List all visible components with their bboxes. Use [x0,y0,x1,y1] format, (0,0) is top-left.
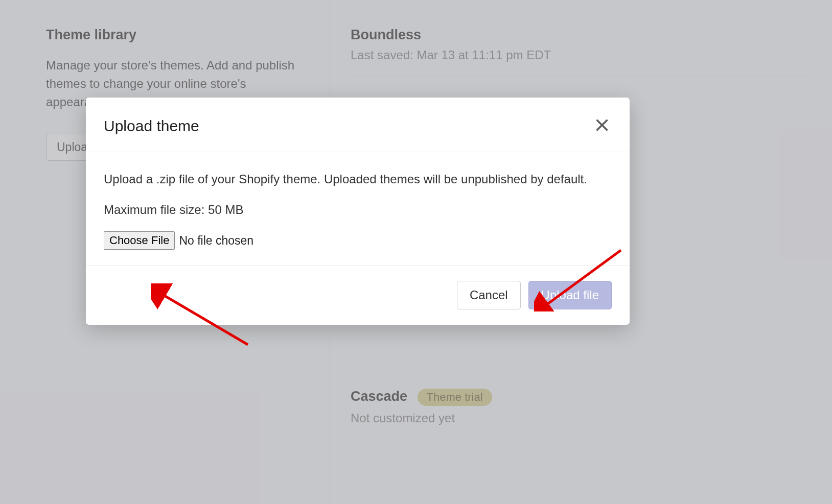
choose-file-button[interactable]: Choose File [104,231,175,250]
modal-title: Upload theme [104,117,199,135]
modal-body: Upload a .zip file of your Shopify theme… [86,152,630,266]
upload-theme-modal: Upload theme Upload a .zip file of your … [86,98,630,325]
file-input-row: Choose File No file chosen [104,231,612,250]
close-button[interactable] [592,115,612,136]
cancel-button[interactable]: Cancel [457,281,521,309]
upload-file-button[interactable]: Upload file [528,281,612,309]
max-file-size-text: Maximum file size: 50 MB [104,201,612,219]
close-icon [595,118,609,132]
modal-footer: Cancel Upload file [86,266,630,325]
file-chosen-status: No file chosen [179,234,253,248]
upload-instructions: Upload a .zip file of your Shopify theme… [104,170,612,188]
modal-header: Upload theme [86,98,630,152]
